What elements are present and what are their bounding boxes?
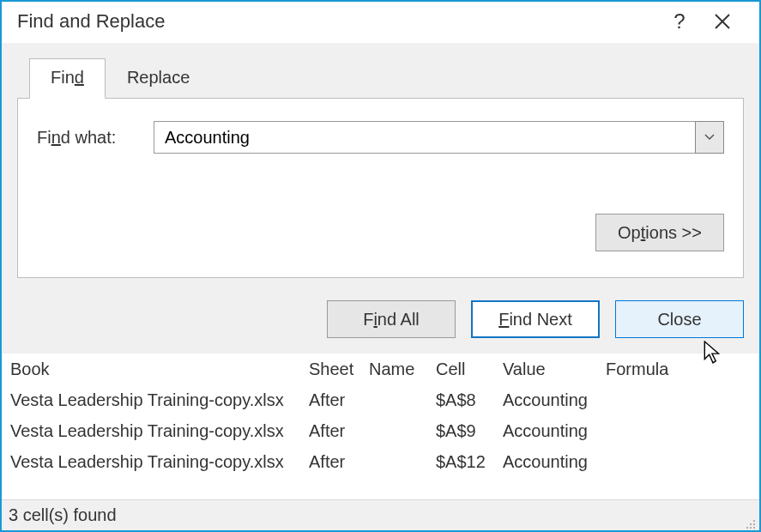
cell-sheet: After — [309, 452, 369, 472]
table-row[interactable]: Vesta Leadership Training-copy.xlsxAfter… — [2, 384, 759, 415]
svg-point-5 — [746, 527, 748, 529]
cell-cell: $A$9 — [436, 421, 503, 441]
status-bar: 3 cell(s) found — [2, 499, 759, 530]
chevron-down-icon — [704, 134, 715, 141]
find-replace-dialog: Find and Replace ? Find Replace Find wha… — [0, 0, 761, 532]
status-text: 3 cell(s) found — [9, 505, 117, 525]
find-what-label: Find what: — [37, 128, 140, 148]
cell-book: Vesta Leadership Training-copy.xlsx — [10, 452, 309, 472]
cell-value: Accounting — [503, 421, 606, 441]
results-table: Book Sheet Name Cell Value Formula Vesta… — [2, 354, 759, 499]
cell-cell: $A$8 — [436, 390, 503, 410]
col-name[interactable]: Name — [369, 360, 436, 379]
col-sheet[interactable]: Sheet — [309, 360, 369, 379]
cell-sheet: After — [309, 421, 369, 441]
tab-find[interactable]: Find — [29, 58, 106, 99]
tabs: Find Replace — [29, 58, 744, 98]
titlebar: Find and Replace ? — [2, 2, 759, 43]
cell-value: Accounting — [503, 390, 606, 410]
svg-point-6 — [750, 527, 752, 529]
cell-book: Vesta Leadership Training-copy.xlsx — [10, 390, 309, 410]
col-book[interactable]: Book — [10, 360, 309, 379]
table-row[interactable]: Vesta Leadership Training-copy.xlsxAfter… — [2, 415, 759, 446]
find-next-button[interactable]: Find Next — [471, 300, 600, 338]
col-formula[interactable]: Formula — [606, 360, 751, 379]
col-cell[interactable]: Cell — [436, 360, 503, 379]
dialog-title: Find and Replace — [17, 10, 658, 33]
close-icon[interactable] — [701, 9, 744, 34]
cell-cell: $A$12 — [436, 452, 503, 472]
find-what-dropdown-button[interactable] — [695, 121, 724, 154]
cell-value: Accounting — [503, 452, 606, 472]
tab-replace[interactable]: Replace — [106, 58, 211, 98]
find-all-button[interactable]: Find All — [327, 300, 456, 338]
svg-point-2 — [753, 520, 755, 522]
options-button[interactable]: Options >> — [595, 214, 724, 251]
find-what-combo — [154, 121, 724, 154]
find-what-row: Find what: — [37, 121, 724, 154]
table-row[interactable]: Vesta Leadership Training-copy.xlsxAfter… — [2, 446, 759, 477]
find-panel: Find what: Options >> — [17, 98, 744, 278]
dialog-body: Find Replace Find what: Options >> Find … — [2, 43, 759, 354]
cell-book: Vesta Leadership Training-copy.xlsx — [10, 421, 309, 441]
svg-point-7 — [753, 527, 755, 529]
close-button[interactable]: Close — [615, 300, 744, 338]
resize-grip-icon[interactable] — [742, 514, 756, 528]
col-value[interactable]: Value — [503, 360, 606, 379]
dialog-buttons: Find All Find Next Close — [17, 300, 744, 338]
results-header: Book Sheet Name Cell Value Formula — [2, 354, 759, 384]
find-what-input[interactable] — [154, 121, 695, 154]
svg-point-4 — [753, 523, 755, 525]
cell-sheet: After — [309, 390, 369, 410]
help-icon[interactable]: ? — [658, 9, 701, 33]
svg-point-3 — [750, 523, 752, 525]
